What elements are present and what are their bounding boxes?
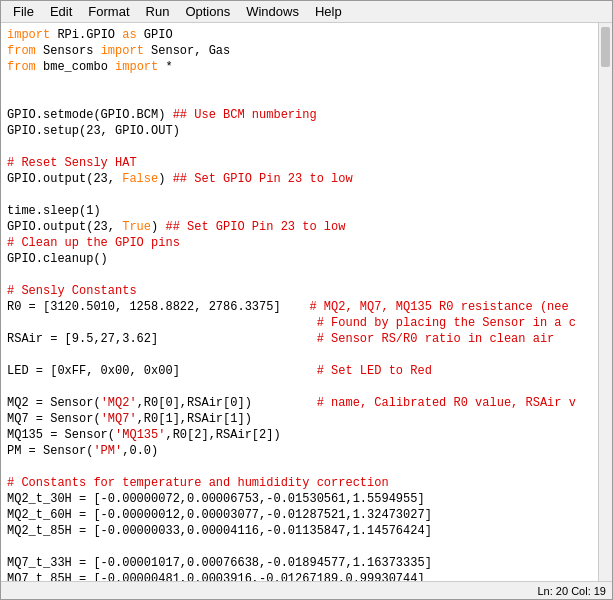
code-line-20: RSAir = [9.5,27,3.62] # Sensor RS/R0 rat… [7,331,592,347]
code-line-8 [7,139,592,155]
code-line-23 [7,379,592,395]
code-line-11 [7,187,592,203]
code-line-4 [7,75,592,91]
code-line-32: MQ2_t_85H = [-0.00000033,0.00004116,-0.0… [7,523,592,539]
code-line-1: import RPi.GPIO as GPIO [7,27,592,43]
code-line-22: LED = [0xFF, 0x00, 0x00] # Set LED to Re… [7,363,592,379]
code-line-26: MQ135 = Sensor('MQ135',R0[2],RSAir[2]) [7,427,592,443]
code-line-5 [7,91,592,107]
code-line-33 [7,539,592,555]
code-line-17: # Sensly Constants [7,283,592,299]
menu-edit[interactable]: Edit [42,2,80,21]
code-line-3: from bme_combo import * [7,59,592,75]
code-line-2: from Sensors import Sensor, Gas [7,43,592,59]
code-line-29: # Constants for temperature and humididi… [7,475,592,491]
menu-help[interactable]: Help [307,2,350,21]
code-line-18: R0 = [3120.5010, 1258.8822, 2786.3375] #… [7,299,592,315]
code-line-35: MQ7_t_85H = [-0.00000481,0.0003916,-0.01… [7,571,592,581]
code-line-16 [7,267,592,283]
main-window: File Edit Format Run Options Windows Hel… [0,0,613,600]
code-line-30: MQ2_t_30H = [-0.00000072,0.00006753,-0.0… [7,491,592,507]
menu-format[interactable]: Format [80,2,137,21]
menu-options[interactable]: Options [177,2,238,21]
code-line-25: MQ7 = Sensor('MQ7',R0[1],RSAir[1]) [7,411,592,427]
code-line-6: GPIO.setmode(GPIO.BCM) ## Use BCM number… [7,107,592,123]
scrollbar-thumb[interactable] [601,27,610,67]
code-line-31: MQ2_t_60H = [-0.00000012,0.00003077,-0.0… [7,507,592,523]
code-line-9: # Reset Sensly HAT [7,155,592,171]
menu-file[interactable]: File [5,2,42,21]
code-line-19: # Found by placing the Sensor in a c [7,315,592,331]
status-bar: Ln: 20 Col: 19 [1,581,612,599]
code-line-21 [7,347,592,363]
menubar: File Edit Format Run Options Windows Hel… [1,1,612,23]
cursor-position: Ln: 20 Col: 19 [538,585,607,597]
code-line-12: time.sleep(1) [7,203,592,219]
code-line-15: GPIO.cleanup() [7,251,592,267]
menu-windows[interactable]: Windows [238,2,307,21]
code-line-28 [7,459,592,475]
vertical-scrollbar[interactable] [598,23,612,581]
code-line-24: MQ2 = Sensor('MQ2',R0[0],RSAir[0]) # nam… [7,395,592,411]
code-line-27: PM = Sensor('PM',0.0) [7,443,592,459]
editor-area: import RPi.GPIO as GPIO from Sensors imp… [1,23,612,581]
code-editor[interactable]: import RPi.GPIO as GPIO from Sensors imp… [1,23,598,581]
code-line-34: MQ7_t_33H = [-0.00001017,0.00076638,-0.0… [7,555,592,571]
code-line-7: GPIO.setup(23, GPIO.OUT) [7,123,592,139]
code-line-10: GPIO.output(23, False) ## Set GPIO Pin 2… [7,171,592,187]
code-line-13: GPIO.output(23, True) ## Set GPIO Pin 23… [7,219,592,235]
menu-run[interactable]: Run [138,2,178,21]
code-line-14: # Clean up the GPIO pins [7,235,592,251]
